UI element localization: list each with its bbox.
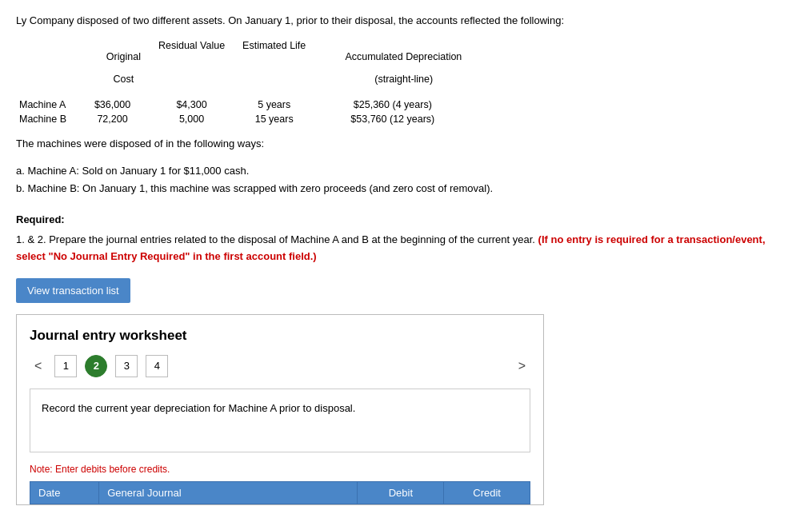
view-transaction-button[interactable]: View transaction list bbox=[16, 278, 130, 303]
machine-a-cost: $36,000 bbox=[81, 98, 155, 112]
pagination: < 1 2 3 4 > bbox=[30, 355, 530, 377]
worksheet-title: Journal entry worksheet bbox=[30, 328, 530, 344]
required-label: Required: bbox=[16, 213, 796, 225]
page-2-button[interactable]: 2 bbox=[85, 355, 107, 377]
machine-a-residual: $4,300 bbox=[155, 98, 239, 112]
machine-a-asset: Machine A bbox=[16, 98, 81, 112]
accum-dep-header-sub: (straight-line) bbox=[374, 74, 433, 85]
instructions-main: 1. & 2. Prepare the journal entries rela… bbox=[16, 233, 535, 245]
journal-table: Date General Journal Debit Credit bbox=[30, 481, 530, 504]
page-1-button[interactable]: 1 bbox=[54, 355, 77, 377]
instructions: 1. & 2. Prepare the journal entries rela… bbox=[16, 232, 796, 265]
machine-b-row: Machine B 72,200 5,000 15 years $53,760 … bbox=[16, 112, 476, 126]
estimated-life-header: Estimated Life bbox=[239, 38, 320, 98]
residual-header: Residual Value bbox=[155, 38, 239, 98]
machine-a-method: a. Machine A: Sold on January 1 for $11,… bbox=[16, 162, 796, 180]
prev-page-button[interactable]: < bbox=[30, 357, 46, 375]
machine-a-row: Machine A $36,000 $4,300 5 years $25,360… bbox=[16, 98, 476, 112]
record-instruction-text: Record the current year depreciation for… bbox=[42, 402, 355, 414]
asset-table: Original Cost Residual Value Estimated L… bbox=[16, 38, 476, 126]
note-text: Note: Enter debits before credits. bbox=[30, 464, 530, 475]
machine-b-accum: $53,760 (12 years) bbox=[320, 112, 476, 126]
next-page-button[interactable]: > bbox=[514, 357, 530, 375]
machine-b-method: b. Machine B: On January 1, this machine… bbox=[16, 180, 796, 197]
machine-methods: a. Machine A: Sold on January 1 for $11,… bbox=[16, 162, 796, 197]
machine-a-life: 5 years bbox=[239, 98, 320, 112]
record-instruction-box: Record the current year depreciation for… bbox=[30, 389, 530, 452]
credit-column-header: Credit bbox=[444, 481, 530, 504]
page-4-button[interactable]: 4 bbox=[146, 355, 168, 377]
general-journal-column-header: General Journal bbox=[99, 481, 358, 504]
intro-text: Ly Company disposed of two different ass… bbox=[16, 13, 796, 29]
date-column-header: Date bbox=[30, 481, 99, 504]
original-header: Original bbox=[106, 51, 141, 62]
machine-b-residual: 5,000 bbox=[155, 112, 239, 126]
page-3-button[interactable]: 3 bbox=[115, 355, 138, 377]
accum-dep-header-top: Accumulated Depreciation bbox=[345, 51, 462, 62]
debit-column-header: Debit bbox=[358, 481, 444, 504]
worksheet-container: Journal entry worksheet < 1 2 3 4 > Reco… bbox=[16, 314, 544, 505]
machine-b-life: 15 years bbox=[239, 112, 320, 126]
machine-b-asset: Machine B bbox=[16, 112, 81, 126]
cost-header: Cost bbox=[114, 74, 134, 85]
machine-a-accum: $25,360 (4 years) bbox=[320, 98, 476, 112]
disposed-text: The machines were disposed of in the fol… bbox=[16, 136, 796, 152]
machine-b-cost: 72,200 bbox=[81, 112, 155, 126]
